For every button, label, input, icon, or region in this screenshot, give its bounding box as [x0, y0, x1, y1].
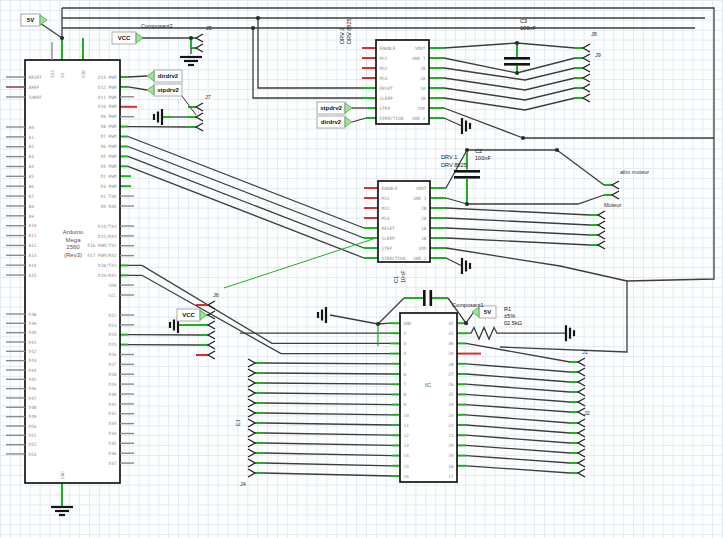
header-pin[interactable]	[196, 113, 203, 121]
wire[interactable]	[444, 43, 575, 48]
wire[interactable]	[128, 166, 364, 258]
wire[interactable]	[128, 137, 364, 229]
wire[interactable]	[557, 150, 604, 185]
header-pin[interactable]	[248, 439, 255, 447]
wire[interactable]	[128, 87, 147, 90]
header-pin[interactable]	[578, 459, 585, 467]
header-pin[interactable]	[578, 429, 585, 437]
wire[interactable]	[264, 403, 392, 405]
header-pin[interactable]	[208, 331, 215, 339]
wire[interactable]	[446, 248, 627, 281]
header-j2[interactable]	[578, 419, 585, 477]
wire[interactable]	[264, 463, 392, 466]
ground-symbol[interactable]	[180, 57, 202, 65]
wire[interactable]	[466, 435, 570, 443]
header-j7[interactable]	[196, 103, 203, 131]
header-pin[interactable]	[598, 231, 605, 239]
wire[interactable]	[444, 78, 575, 90]
header-pin[interactable]	[578, 419, 585, 427]
header-pin[interactable]	[196, 34, 203, 42]
wire[interactable]	[466, 405, 570, 412]
wire[interactable]	[264, 363, 392, 364]
header-pin[interactable]	[248, 459, 255, 467]
wire[interactable]	[264, 433, 392, 435]
header-pin[interactable]	[248, 389, 255, 397]
wire[interactable]	[466, 415, 570, 423]
header-pin[interactable]	[248, 449, 255, 457]
capacitor-c2[interactable]	[454, 170, 480, 179]
header-pin[interactable]	[248, 399, 255, 407]
wire[interactable]	[264, 423, 392, 425]
wire[interactable]	[466, 456, 570, 463]
resistor-r1[interactable]	[468, 328, 500, 340]
wire[interactable]	[446, 228, 590, 235]
wire[interactable]	[444, 118, 462, 126]
header-pin[interactable]	[196, 123, 203, 131]
header-e1[interactable]	[248, 359, 255, 477]
wire[interactable]	[128, 156, 364, 248]
header-pin[interactable]	[208, 321, 215, 329]
header-pin[interactable]	[583, 44, 590, 52]
wire[interactable]	[128, 76, 147, 77]
header-pin[interactable]	[578, 368, 585, 376]
wire[interactable]	[466, 374, 570, 382]
header-j9[interactable]	[583, 64, 590, 102]
header-pin[interactable]	[208, 341, 215, 349]
wire[interactable]	[264, 383, 392, 384]
wire[interactable]	[352, 118, 366, 122]
header-pin[interactable]	[196, 44, 203, 52]
header-pin[interactable]	[248, 469, 255, 477]
capacitor-c3[interactable]	[504, 57, 530, 66]
wire[interactable]	[446, 208, 590, 215]
drv2-chip[interactable]	[376, 40, 429, 124]
header-pin[interactable]	[583, 54, 590, 62]
wire[interactable]	[128, 147, 364, 239]
wire[interactable]	[466, 364, 570, 372]
wire[interactable]	[128, 265, 390, 343]
header-j8[interactable]	[583, 44, 590, 62]
header-pin[interactable]	[578, 398, 585, 406]
header-pin[interactable]	[196, 103, 203, 111]
wire[interactable]	[264, 453, 392, 456]
wire[interactable]	[264, 393, 392, 394]
header-pin[interactable]	[248, 369, 255, 377]
header-pin[interactable]	[598, 221, 605, 229]
header-pin[interactable]	[583, 84, 590, 92]
wire[interactable]	[466, 445, 570, 453]
header-pin[interactable]	[578, 439, 585, 447]
wire[interactable]	[264, 373, 392, 374]
wire[interactable]	[264, 473, 392, 476]
wire[interactable]	[128, 275, 390, 353]
header-pin[interactable]	[598, 241, 605, 249]
wire[interactable]	[444, 68, 575, 80]
header-alim[interactable]	[612, 181, 619, 199]
header-pin[interactable]	[583, 74, 590, 82]
wire[interactable]	[466, 466, 570, 473]
wire[interactable]	[446, 238, 590, 245]
wire[interactable]	[446, 258, 462, 266]
wire[interactable]	[466, 425, 570, 433]
header-j6[interactable]	[208, 301, 215, 359]
header-pin[interactable]	[248, 359, 255, 367]
wire[interactable]	[466, 343, 570, 362]
wire[interactable]	[466, 394, 570, 402]
wire[interactable]	[444, 88, 575, 100]
ground-symbol[interactable]	[462, 118, 470, 134]
header-pin[interactable]	[578, 388, 585, 396]
ground-symbol[interactable]	[566, 325, 574, 341]
wire[interactable]	[264, 413, 392, 415]
header-pin[interactable]	[248, 409, 255, 417]
header-j5[interactable]	[196, 34, 203, 52]
header-moteur[interactable]	[598, 211, 605, 249]
header-pin[interactable]	[598, 211, 605, 219]
header-j1[interactable]	[578, 358, 585, 416]
header-pin[interactable]	[248, 419, 255, 427]
1.5,2.5[interactable]	[224, 238, 376, 288]
ground-symbol[interactable]	[462, 258, 470, 274]
wire[interactable]	[330, 315, 378, 324]
header-pin[interactable]	[578, 469, 585, 477]
header-pin[interactable]	[578, 358, 585, 366]
header-pin[interactable]	[612, 191, 619, 199]
wire[interactable]	[467, 195, 604, 204]
wire[interactable]	[264, 443, 392, 445]
